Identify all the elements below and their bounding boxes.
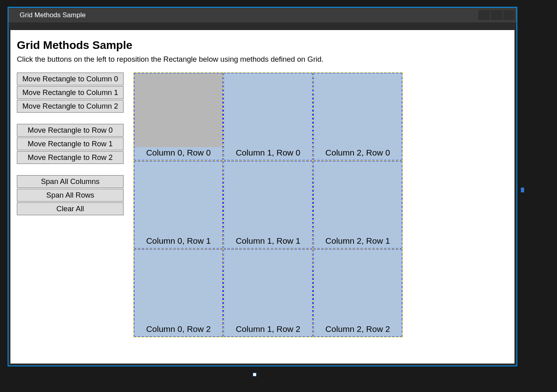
row-buttons-group: Move Rectangle to Row 0 Move Rectangle t… xyxy=(17,124,124,164)
demo-grid: Column 0, Row 0Column 1, Row 0Column 2, … xyxy=(134,73,403,337)
grid-cell-c2-r2: Column 2, Row 2 xyxy=(313,249,403,337)
designer-window-frame: Grid Methods Sample Grid Methods Sample … xyxy=(8,7,517,366)
grid-cell-c1-r2: Column 1, Row 2 xyxy=(223,249,313,337)
grid-cell-c0-r1: Column 0, Row 1 xyxy=(134,161,223,249)
span-buttons-group: Span All Columns Span All Rows Clear All xyxy=(17,175,124,215)
designer-resize-handle-right[interactable] xyxy=(521,188,524,192)
grid-cell-c1-r0: Column 1, Row 0 xyxy=(223,73,313,161)
page-instructions: Click the buttons on the left to reposit… xyxy=(17,55,508,64)
grid-cell-label: Column 1, Row 2 xyxy=(236,324,300,334)
grid-cell-label: Column 2, Row 0 xyxy=(325,148,390,158)
move-row-1-button[interactable]: Move Rectangle to Row 1 xyxy=(17,137,124,150)
grid-cell-label: Column 2, Row 1 xyxy=(325,236,390,246)
column-buttons-group: Move Rectangle to Column 0 Move Rectangl… xyxy=(17,73,124,113)
grid-cell-label: Column 1, Row 1 xyxy=(236,236,300,246)
move-row-0-button[interactable]: Move Rectangle to Row 0 xyxy=(17,124,124,137)
close-button[interactable] xyxy=(503,10,515,20)
grid-cell-c0-r0: Column 0, Row 0 xyxy=(134,73,223,161)
span-all-columns-button[interactable]: Span All Columns xyxy=(17,175,124,188)
clear-all-button[interactable]: Clear All xyxy=(17,202,124,215)
grid-cell-label: Column 1, Row 0 xyxy=(236,148,300,158)
maximize-button[interactable] xyxy=(491,10,502,20)
button-panel: Move Rectangle to Column 0 Move Rectangl… xyxy=(17,73,124,215)
move-column-2-button[interactable]: Move Rectangle to Column 2 xyxy=(17,100,124,113)
page-heading: Grid Methods Sample xyxy=(17,39,508,52)
move-column-0-button[interactable]: Move Rectangle to Column 0 xyxy=(17,73,124,85)
main-area: Move Rectangle to Column 0 Move Rectangl… xyxy=(17,73,508,337)
grid-cell-c0-r2: Column 0, Row 2 xyxy=(134,249,223,337)
window-control-buttons xyxy=(478,10,515,20)
app-body: Grid Methods Sample Click the buttons on… xyxy=(10,30,514,364)
grid-cell-label: Column 0, Row 1 xyxy=(146,236,211,246)
title-bar: Grid Methods Sample xyxy=(8,8,516,22)
grid-cell-c2-r1: Column 2, Row 1 xyxy=(313,161,403,249)
window-title: Grid Methods Sample xyxy=(20,11,85,19)
move-row-2-button[interactable]: Move Rectangle to Row 2 xyxy=(17,151,124,164)
span-all-rows-button[interactable]: Span All Rows xyxy=(17,189,124,202)
grid-cell-c1-r1: Column 1, Row 1 xyxy=(223,161,313,249)
designer-resize-handle-bottom[interactable] xyxy=(253,373,256,376)
minimize-button[interactable] xyxy=(478,10,490,20)
grid-cell-label: Column 0, Row 0 xyxy=(146,148,211,158)
grid-cell-c2-r0: Column 2, Row 0 xyxy=(313,73,403,161)
grid-cell-label: Column 0, Row 2 xyxy=(146,324,211,334)
move-column-1-button[interactable]: Move Rectangle to Column 1 xyxy=(17,86,124,99)
grid-cell-label: Column 2, Row 2 xyxy=(325,324,390,334)
